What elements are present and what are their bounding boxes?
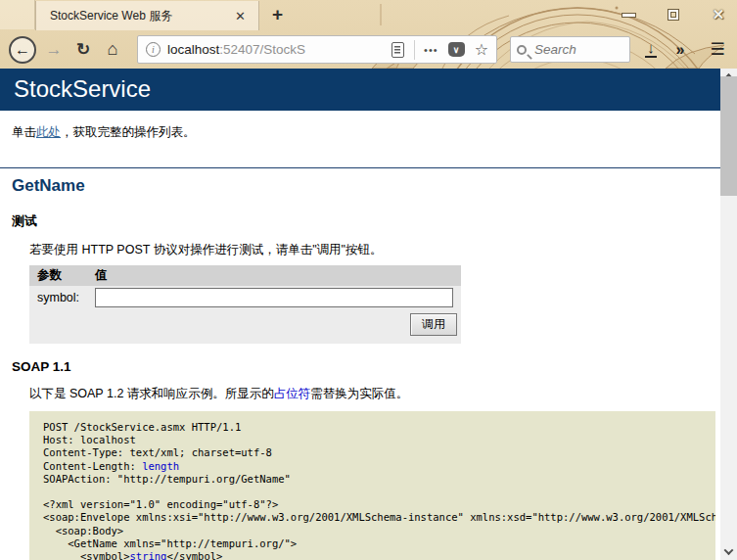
invoke-button[interactable]: 调用	[410, 313, 457, 336]
page-viewport: StockService 单击此处，获取完整的操作列表。 GetName 测试 …	[0, 69, 737, 560]
page-actions-icon[interactable]: •••	[424, 44, 438, 56]
chevron-down-icon	[724, 545, 734, 555]
soap-description: 以下是 SOAP 1.2 请求和响应示例。所显示的占位符需替换为实际值。	[29, 386, 720, 402]
tab-title: StockService Web 服务	[50, 8, 230, 24]
window-controls: ✕	[618, 0, 729, 29]
maximize-button[interactable]	[663, 4, 684, 25]
overflow-menu-button[interactable]: »	[668, 30, 693, 69]
intro-prefix: 单击	[12, 125, 36, 139]
maximize-icon	[668, 10, 678, 20]
service-banner: StockService	[0, 69, 720, 111]
reload-button[interactable]: ↻	[70, 30, 96, 69]
back-button[interactable]: ←	[6, 30, 39, 69]
params-header-row: 参数 值	[29, 265, 461, 286]
browser-chrome: StockService Web 服务 ✕ + ✕ ← → ↻ ⌂ i loca…	[0, 0, 737, 69]
url-text[interactable]: localhost:52407/StockS	[167, 42, 386, 57]
page-content: StockService 单击此处，获取完整的操作列表。 GetName 测试 …	[0, 69, 720, 560]
search-placeholder: Search	[534, 42, 576, 57]
url-host: localhost	[167, 42, 219, 57]
reader-mode-icon[interactable]	[392, 42, 404, 58]
soap-heading: SOAP 1.1	[12, 359, 720, 374]
titlebar: StockService Web 服务 ✕ + ✕	[0, 0, 737, 30]
minimize-button[interactable]	[618, 4, 639, 25]
hamburger-menu-button[interactable]: ☰	[703, 30, 732, 69]
value-column-header: 值	[87, 265, 461, 286]
symbol-param-row: symbol:	[29, 286, 461, 309]
param-column-header: 参数	[29, 265, 87, 286]
tab-close-icon[interactable]: ✕	[230, 7, 251, 25]
operations-list-link[interactable]: 此处	[36, 125, 61, 139]
home-button[interactable]: ⌂	[100, 30, 125, 69]
close-window-button[interactable]: ✕	[708, 4, 729, 25]
downloads-button[interactable]: ↓	[638, 30, 664, 69]
close-icon: ✕	[713, 6, 725, 23]
back-icon: ←	[9, 36, 36, 64]
search-bar[interactable]: Search	[510, 36, 630, 63]
download-icon: ↓	[645, 41, 657, 58]
intro-text: 单击此处，获取完整的操作列表。	[12, 124, 720, 141]
nav-toolbar: ← → ↻ ⌂ i localhost:52407/StockS ••• ∨ ☆…	[0, 30, 737, 69]
titlebar-spacer	[0, 0, 35, 29]
search-icon	[517, 45, 527, 55]
operation-heading: GetName	[12, 176, 720, 196]
soap-desc-prefix: 以下是 SOAP 1.2 请求和响应示例。所显示的	[29, 387, 274, 400]
new-tab-button[interactable]: +	[266, 4, 289, 25]
bookmark-star-icon[interactable]: ☆	[475, 40, 488, 59]
soap-request-code: POST /StockService.asmx HTTP/1.1Host: lo…	[29, 411, 715, 560]
intro-suffix: ，获取完整的操作列表。	[61, 125, 196, 139]
test-instruction: 若要使用 HTTP POST 协议对操作进行测试，请单击"调用"按钮。	[29, 242, 720, 258]
vertical-scrollbar[interactable]	[720, 69, 737, 560]
placeholder-word: 占位符	[274, 387, 311, 400]
soap-desc-suffix: 需替换为实际值。	[310, 387, 408, 400]
forward-button[interactable]: →	[41, 30, 67, 69]
invoke-row: 调用	[29, 309, 461, 344]
tab-stockservice[interactable]: StockService Web 服务 ✕	[35, 1, 259, 30]
page-title: StockService	[14, 75, 151, 102]
browser-window: StockService Web 服务 ✕ + ✕ ← → ↻ ⌂ i loca…	[0, 0, 737, 560]
scrollbar-thumb[interactable]	[720, 76, 737, 196]
symbol-input[interactable]	[95, 288, 453, 307]
minimize-icon	[622, 14, 635, 17]
url-bar[interactable]: i localhost:52407/StockS ••• ∨ ☆	[137, 35, 497, 64]
symbol-param-label: symbol:	[29, 286, 87, 309]
site-info-icon[interactable]: i	[146, 42, 161, 57]
urlbar-separator	[414, 40, 415, 60]
params-table: 参数 值 symbol: 调用	[29, 265, 461, 344]
scroll-down-button[interactable]	[720, 543, 737, 560]
url-path: :52407/StockS	[219, 42, 305, 57]
pocket-icon[interactable]: ∨	[448, 42, 465, 57]
test-heading: 测试	[12, 212, 720, 230]
section-divider	[0, 167, 720, 168]
